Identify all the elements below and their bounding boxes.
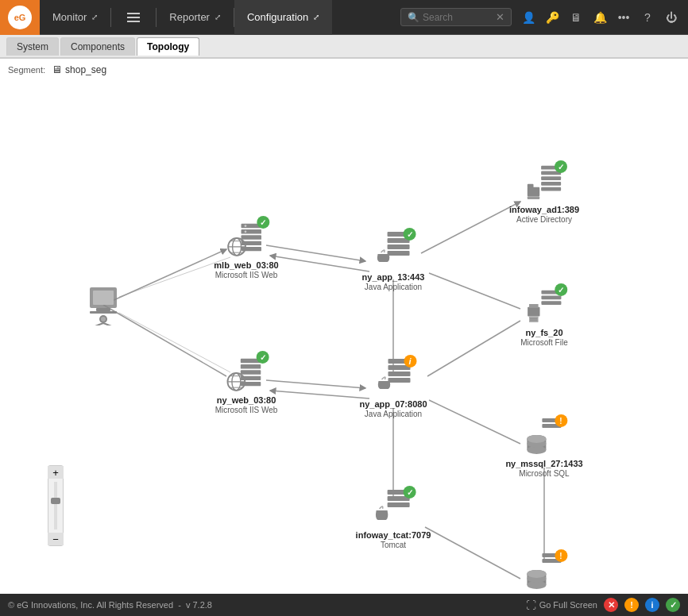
hamburger-button[interactable] [111,0,156,35]
monitor-icon-button[interactable]: 🖥 [566,7,586,28]
close-search-icon[interactable]: ✕ [496,11,504,23]
svg-rect-63 [541,295,561,299]
svg-line-22 [93,323,103,325]
svg-rect-66 [529,304,539,308]
version-text: v 7.2.8 [186,600,212,610]
node-user[interactable] [83,285,123,325]
status-green[interactable]: ✓ [666,598,680,612]
search-box[interactable]: 🔍 ✕ [400,8,512,26]
reporter-expand-icon: ⤢ [215,13,221,21]
wc-sql21-icon: ! [524,552,564,592]
svg-rect-42 [541,176,561,180]
svg-line-23 [103,323,114,325]
svg-rect-19 [90,311,117,314]
svg-rect-25 [241,229,261,233]
svg-line-4 [421,202,520,253]
node-ny-app07[interactable]: i ny_app_07:8080 Java Application [360,358,427,418]
segment-prefix: Segment: [8,65,45,75]
svg-line-15 [119,313,230,372]
infoway-tcat-sublabel: Tomcat [356,541,431,549]
svg-rect-26 [241,235,261,239]
reporter-nav-button[interactable]: Reporter ⤢ [157,0,234,35]
node-ny-web[interactable]: ✓ ny_web_03:80 Microsoft IIS Web [215,354,278,414]
node-infoway-tcat[interactable]: ✓ infoway_tcat:7079 Tomcat [356,489,431,549]
node-ny-mssql27[interactable]: ! ny_mssql_27:1433 Microsoft SQL [505,418,582,478]
infoway-ad-status: ✓ [555,160,567,173]
ny-mssql27-label: ny_mssql_27:1433 [505,459,582,469]
infoway-ad-icon: ✓ [524,164,564,203]
ny-app13-icon: ✓ [373,231,413,271]
segment-icon: 🖥 [52,64,62,75]
node-ny-fs[interactable]: ✓ ny_fs_20 Microsoft File [520,287,567,347]
node-wc-sql21[interactable]: ! wc_sql_21:1433 Microsoft SQL [511,552,577,594]
bell-icon-button[interactable]: 🔔 [589,7,610,28]
more-icon-button[interactable]: ••• [613,7,634,28]
logo: eG [8,6,32,29]
mlb-web-sublabel: Microsoft IIS Web [214,271,278,279]
monitor-nav-button[interactable]: Monitor ⤢ [40,0,110,35]
svg-line-5 [429,273,520,309]
ny-app07-label: ny_app_07:8080 [360,399,427,410]
ny-app07-icon: i [373,358,413,398]
svg-line-7 [266,380,365,388]
tab-components[interactable]: Components [60,37,135,56]
status-blue[interactable]: i [645,598,659,612]
search-icon: 🔍 [408,12,419,23]
node-infoway-ad[interactable]: ✓ infoway_ad1:389 Active Directory [509,164,579,224]
zoom-thumb[interactable] [51,498,60,504]
svg-point-86 [527,570,546,578]
node-ny-app13[interactable]: ✓ ny_app_13:443 Java Application [362,231,425,291]
ny-fs-icon: ✓ [524,287,564,326]
user-node-icon [83,285,123,325]
help-icon-button[interactable]: ? [637,7,658,28]
key-icon-button[interactable]: 🔑 [542,7,562,28]
copyright-text: © eG Innovations, Inc. All Rights Reserv… [8,600,173,610]
topology-lines [0,59,688,594]
ny-app13-sublabel: Java Application [362,283,425,291]
fullscreen-button[interactable]: ⛶ Go Full Screen [526,599,597,611]
svg-rect-44 [541,187,561,191]
nav-icon-group: 👤 🔑 🖥 🔔 ••• ? ⏻ [518,7,688,28]
footer: © eG Innovations, Inc. All Rights Reserv… [0,594,688,616]
ny-mssql27-icon: ! [524,418,564,457]
ny-fs-status: ✓ [555,283,567,296]
status-red[interactable]: ✕ [604,598,618,612]
svg-rect-18 [96,308,110,311]
expand-icon: ⤢ [91,13,98,21]
svg-rect-47 [528,196,539,199]
svg-line-8 [270,391,369,398]
footer-right-controls: ⛶ Go Full Screen ✕ ! i ✓ [526,598,680,612]
ny-web-icon: ✓ [226,354,266,394]
configuration-label: Configuration [247,11,308,23]
monitor-label: Monitor [52,11,87,23]
status-orange[interactable]: ! [624,598,639,612]
svg-rect-50 [241,370,261,374]
infoway-ad-label: infoway_ad1:389 [509,205,579,215]
svg-rect-39 [388,251,410,256]
svg-rect-65 [528,307,539,317]
ny-mssql27-status: ! [555,414,567,427]
search-input[interactable] [423,12,496,23]
infoway-tcat-label: infoway_tcat:7079 [356,530,431,541]
tab-system[interactable]: System [6,37,59,56]
user-icon-button[interactable]: 👤 [518,7,539,28]
ny-app07-status: i [404,355,416,368]
ny-web-sublabel: Microsoft IIS Web [215,406,278,414]
svg-line-12 [425,527,520,579]
mlb-web-icon: ✓ [226,219,266,259]
node-mlb-web[interactable]: ✓ mlb_web_03:80 Microsoft IIS Web [214,219,278,279]
configuration-nav-button[interactable]: Configuration ⤢ [234,0,332,35]
infoway-tcat-icon: ✓ [373,489,413,529]
ny-fs-sublabel: Microsoft File [520,338,567,347]
ny-app13-label: ny_app_13:443 [362,272,425,283]
svg-rect-38 [388,244,410,249]
segment-label: Segment: 🖥 shop_seg [8,64,106,75]
svg-point-21 [101,317,106,321]
mlb-web-status: ✓ [257,216,269,229]
segment-name: shop_seg [65,64,106,75]
power-icon-button[interactable]: ⏻ [661,7,682,28]
infoway-tcat-status: ✓ [404,486,416,499]
tab-topology[interactable]: Topology [137,37,199,56]
zoom-out-button[interactable]: − [48,533,64,545]
zoom-in-button[interactable]: + [48,466,64,479]
